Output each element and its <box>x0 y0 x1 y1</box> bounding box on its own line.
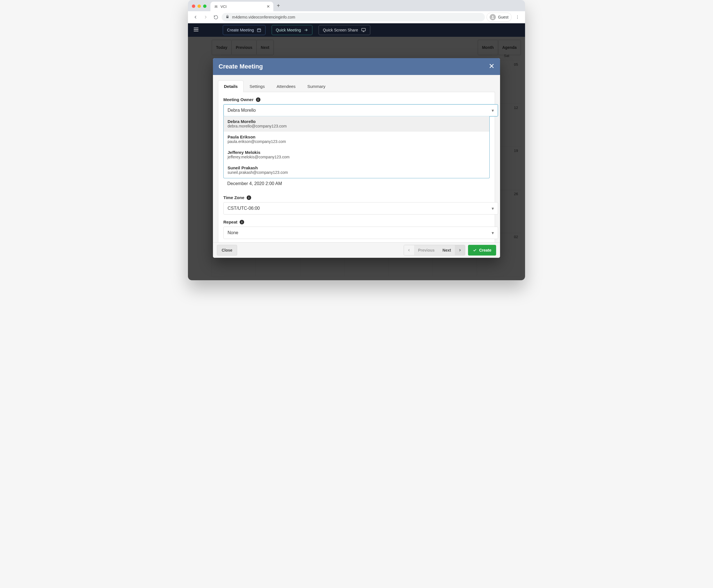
repeat-label: Repeat <box>223 219 238 224</box>
nav-forward-button[interactable] <box>201 13 210 21</box>
calendar-icon <box>257 28 261 32</box>
info-icon[interactable]: i <box>240 220 244 224</box>
tab-title: VCI <box>221 4 264 9</box>
new-tab-button[interactable]: + <box>273 2 283 11</box>
modal-title: Create Meeting <box>219 63 263 70</box>
wizard-nav-group: Previous Next <box>404 245 466 255</box>
next-button[interactable]: Next <box>439 245 455 255</box>
arrow-right-icon <box>304 28 308 32</box>
owner-option-email: paula.erikson@company123.com <box>227 139 486 144</box>
caret-down-icon: ▾ <box>492 230 494 236</box>
next-label: Next <box>443 248 451 252</box>
owner-option[interactable]: Jefferey Melokis jefferey.melokis@compan… <box>224 147 489 163</box>
repeat-field: Repeat i None ▾ <box>223 219 490 239</box>
info-icon[interactable]: i <box>256 98 260 102</box>
meeting-owner-dropdown: Debra Morello debra.morello@company123.c… <box>223 116 490 178</box>
create-meeting-modal: Create Meeting Details Settings Attendee… <box>213 58 500 258</box>
meeting-owner-select[interactable]: Debra Morello ▾ <box>223 104 498 117</box>
svg-point-4 <box>517 17 518 17</box>
caret-down-icon: ▾ <box>492 206 494 211</box>
profile-label: Guest <box>498 15 508 19</box>
modal-footer: Close Previous Next <box>213 242 500 258</box>
close-button[interactable]: Close <box>217 245 237 255</box>
timezone-select[interactable]: CST/UTC-06:00 ▾ <box>223 202 498 214</box>
prev-arrow-button[interactable] <box>404 245 414 255</box>
owner-option-name: Suneil Prakash <box>227 165 486 170</box>
owner-option-name: Debra Morello <box>227 119 486 124</box>
profile-chip[interactable]: Guest <box>487 13 512 22</box>
owner-option-email: suneil.prakash@company123.com <box>227 170 486 175</box>
quick-share-button[interactable]: Quick Screen Share <box>319 25 370 35</box>
details-panel: Meeting Owner i Debra Morello ▾ Debra Mo… <box>218 92 495 242</box>
meeting-owner-value: Debra Morello <box>227 108 256 113</box>
avatar-icon <box>490 14 496 20</box>
timezone-field: Time Zone i CST/UTC-06:00 ▾ <box>223 195 490 214</box>
meeting-owner-label: Meeting Owner <box>223 97 254 102</box>
omnibox[interactable]: m4demo.videoconferencinginfo.com <box>222 13 485 21</box>
svg-point-1 <box>216 6 218 7</box>
info-icon[interactable]: i <box>247 195 251 200</box>
repeat-value: None <box>227 230 238 235</box>
svg-point-5 <box>517 18 518 19</box>
lock-icon <box>226 15 229 19</box>
previous-button[interactable]: Previous <box>414 245 439 255</box>
close-label: Close <box>222 248 232 252</box>
app-toolbar: Create Meeting Quick Meeting Quick Scree… <box>188 23 525 37</box>
check-icon <box>473 248 477 252</box>
nav-back-button[interactable] <box>191 13 200 21</box>
quick-meeting-label: Quick Meeting <box>276 28 301 32</box>
window-maximize-dot[interactable] <box>203 4 206 8</box>
quick-meeting-button[interactable]: Quick Meeting <box>272 25 312 35</box>
caret-down-icon: ▾ <box>492 108 494 113</box>
tab-favicon <box>214 4 218 9</box>
tab-close-icon[interactable]: ✕ <box>267 4 270 8</box>
svg-point-0 <box>215 6 216 7</box>
app-viewport: Create Meeting Quick Meeting Quick Scree… <box>188 23 525 280</box>
chevron-right-icon <box>458 249 462 252</box>
browser-tab[interactable]: VCI ✕ <box>210 2 273 11</box>
owner-option-name: Paula Erikson <box>227 134 486 139</box>
app-body: Today Previous Next Month Agenda Sat 05 <box>188 37 525 280</box>
chevron-left-icon <box>407 249 411 252</box>
nav-reload-button[interactable] <box>211 13 220 21</box>
tab-attendees[interactable]: Attendees <box>270 80 302 92</box>
partially-covered-value: December 4, 2020 2:00 AM <box>223 178 490 190</box>
meeting-owner-field: Meeting Owner i Debra Morello ▾ Debra Mo… <box>223 97 490 190</box>
window-controls <box>188 4 210 11</box>
repeat-select[interactable]: None ▾ <box>223 227 498 239</box>
monitor-icon <box>361 27 366 33</box>
tab-summary[interactable]: Summary <box>302 80 331 92</box>
modal-header: Create Meeting <box>213 58 500 75</box>
modal-tabstrip: Details Settings Attendees Summary <box>218 80 495 92</box>
svg-rect-7 <box>362 28 366 31</box>
svg-rect-6 <box>257 29 261 32</box>
window-minimize-dot[interactable] <box>198 4 201 8</box>
owner-option[interactable]: Paula Erikson paula.erikson@company123.c… <box>224 132 489 147</box>
omnibox-url: m4demo.videoconferencinginfo.com <box>232 15 295 19</box>
hamburger-icon[interactable] <box>193 26 199 34</box>
create-meeting-label: Create Meeting <box>227 28 254 32</box>
owner-option-email: jefferey.melokis@company123.com <box>227 155 486 159</box>
modal-close-button[interactable] <box>489 63 494 70</box>
window-close-dot[interactable] <box>192 4 195 8</box>
browser-window: VCI ✕ + m4demo.videoconferencinginfo.com… <box>188 0 525 280</box>
tab-details[interactable]: Details <box>218 80 244 92</box>
create-meeting-button[interactable]: Create Meeting <box>223 25 265 35</box>
close-icon <box>489 63 494 69</box>
quick-share-label: Quick Screen Share <box>323 28 358 32</box>
modal-body: Details Settings Attendees Summary Meeti… <box>213 75 500 242</box>
timezone-label: Time Zone <box>223 195 244 200</box>
create-label: Create <box>479 248 491 252</box>
svg-point-3 <box>517 16 518 16</box>
browser-menu-button[interactable] <box>513 13 522 21</box>
owner-option[interactable]: Suneil Prakash suneil.prakash@company123… <box>224 163 489 178</box>
owner-option[interactable]: Debra Morello debra.morello@company123.c… <box>224 116 489 132</box>
svg-point-2 <box>492 16 493 17</box>
create-button[interactable]: Create <box>468 245 496 255</box>
browser-toolbar: m4demo.videoconferencinginfo.com Guest <box>188 11 525 23</box>
tab-settings[interactable]: Settings <box>244 80 270 92</box>
timezone-value: CST/UTC-06:00 <box>227 206 260 211</box>
next-arrow-button[interactable] <box>455 245 465 255</box>
owner-option-name: Jefferey Melokis <box>227 150 486 155</box>
previous-label: Previous <box>418 248 434 252</box>
